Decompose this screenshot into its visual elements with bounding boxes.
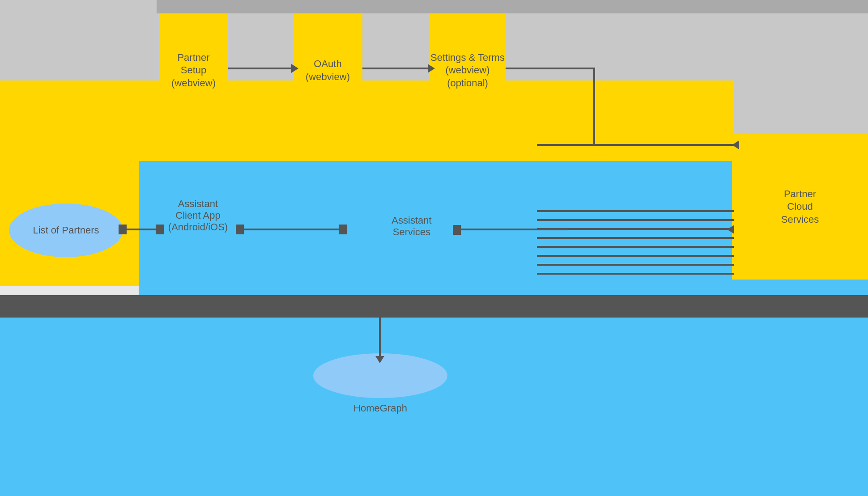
partner-setup-box: Partner Setup (webview)	[159, 13, 228, 127]
arrow-horiz-to-partner-cloud	[595, 144, 734, 146]
settings-terms-label: Settings & Terms (webview) (optional)	[430, 51, 506, 90]
partner-cloud-services-label: Partner Cloud Services	[781, 188, 819, 226]
arrow-to-cloud-3	[537, 228, 734, 230]
arrow-to-cloud-6	[537, 255, 734, 257]
list-of-partners-ellipse: List of Partners	[9, 203, 123, 257]
arrowhead-down-homegraph	[375, 356, 384, 363]
plug-client-right	[236, 225, 244, 234]
partner-setup-label: Partner Setup (webview)	[171, 51, 216, 90]
homegraph-label: HomeGraph	[336, 403, 425, 414]
arrow-to-cloud-7	[537, 264, 734, 266]
arrow-lop-to-client	[123, 229, 159, 230]
arrowhead-to-partner-cloud	[727, 225, 734, 234]
arrow-client-to-services	[239, 229, 342, 230]
assistant-client-app-label: AssistantClient App(Android/iOS)	[159, 198, 237, 233]
arrow-settings-vertical	[593, 68, 595, 146]
arrow-oauth-to-settings	[362, 68, 430, 69]
arrow-to-cloud-4	[537, 237, 734, 239]
settings-terms-box: Settings & Terms (webview) (optional)	[430, 13, 506, 127]
list-of-partners-label: List of Partners	[33, 225, 99, 236]
oauth-box: OAuth (webview)	[293, 13, 362, 127]
oauth-label: OAuth (webview)	[293, 58, 362, 83]
top-section-bar	[157, 0, 868, 13]
arrow-to-cloud-2	[537, 219, 734, 221]
arrow-to-cloud-upper	[537, 210, 734, 212]
plug-lop-left	[119, 225, 127, 234]
blue-bottom-bg	[0, 318, 868, 496]
partner-cloud-services-box: Partner Cloud Services	[732, 134, 868, 280]
arrowhead-oauth-settings	[428, 64, 435, 73]
arrowhead-setup-oauth	[291, 64, 298, 73]
assistant-services-label: AssistantServices	[367, 215, 456, 238]
arrow-setup-to-oauth	[228, 68, 293, 69]
arrow-settings-right	[506, 68, 595, 69]
plug-services-right	[453, 225, 461, 235]
plug-services-left	[339, 225, 347, 234]
arrow-to-cloud-8	[537, 273, 734, 275]
arrow-down-to-homegraph	[379, 318, 381, 358]
arrow-to-cloud-5	[537, 246, 734, 248]
arrow-settings-horiz-bottom	[537, 144, 595, 146]
